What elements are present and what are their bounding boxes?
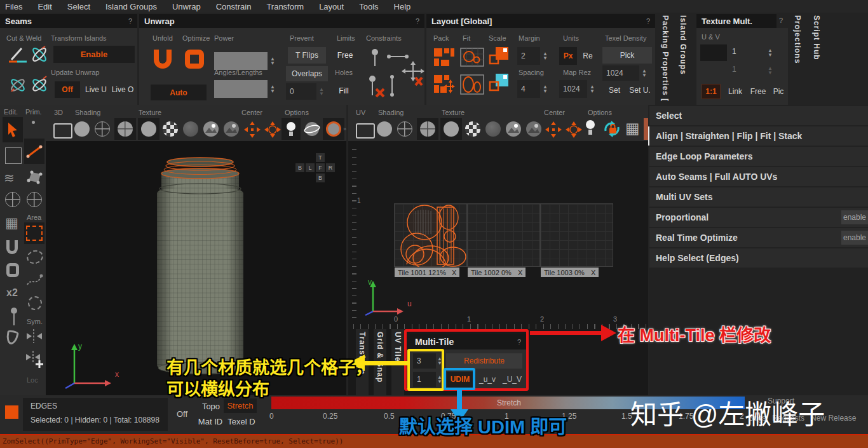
angles-input[interactable] [214, 80, 268, 98]
menu-island-groups[interactable]: Island Groups [105, 2, 157, 11]
texture-checker-3d-icon[interactable] [163, 121, 178, 137]
pick-button[interactable]: Pick [602, 47, 652, 64]
texture-none-uv-button[interactable] [440, 118, 462, 140]
pic-button[interactable]: Pic [770, 84, 787, 99]
tab-island-groups[interactable]: Island Groups [679, 15, 688, 105]
x2-tool-button[interactable]: x2 [6, 287, 18, 299]
free-button[interactable]: Free [333, 47, 357, 64]
menu-help[interactable]: Help [394, 2, 411, 11]
cut-icon[interactable] [8, 44, 28, 65]
sphere-wire-tool-icon[interactable] [5, 192, 20, 207]
center-selection-uv-icon[interactable] [545, 121, 562, 138]
texture-image-uv-icon[interactable] [506, 121, 521, 137]
layout-help-icon[interactable]: ? [646, 17, 650, 25]
units-px-button[interactable]: Px [559, 47, 577, 65]
power-input[interactable] [214, 52, 268, 70]
live-u-button[interactable]: Live U [83, 81, 109, 98]
tile-1001-close[interactable]: X [449, 268, 459, 277]
uv-tile-1002[interactable] [467, 203, 540, 267]
sidebar-item-multi-uv[interactable]: Multi UV Sets [649, 187, 868, 207]
light-uv-icon[interactable] [586, 119, 595, 137]
scale-pick-icon[interactable] [488, 72, 511, 95]
auto-button[interactable]: Auto [151, 85, 207, 100]
island-mode-icon[interactable] [27, 192, 42, 207]
units-re-button[interactable]: Re [579, 47, 597, 65]
viewcube-front[interactable]: F [316, 163, 325, 172]
map-rez-spinner[interactable]: ▲▼ [588, 80, 596, 98]
enable-button[interactable]: Enable [53, 46, 135, 63]
warp-grid-tool-icon[interactable]: ▦ [5, 215, 18, 231]
marquee-tool-icon[interactable] [5, 147, 22, 164]
vertical-edge-constraint-icon[interactable] [388, 74, 397, 99]
menu-select[interactable]: Select [67, 2, 90, 11]
area-rect-button[interactable] [24, 222, 44, 244]
optimize-tool-icon[interactable] [6, 263, 19, 277]
sidebar-item-select[interactable]: Select [649, 106, 868, 125]
frame-all-3d-icon[interactable] [53, 123, 72, 139]
spacing-spinner[interactable]: ▲▼ [541, 80, 549, 98]
live-o-button[interactable]: Live O [109, 81, 136, 98]
seams-help-icon[interactable]: ? [128, 17, 132, 25]
overlaps-button[interactable]: Overlaps [286, 66, 328, 81]
viewcube-right[interactable]: R [326, 163, 335, 172]
viewcube-bottom[interactable]: B [316, 173, 325, 182]
texel-spinner[interactable]: ▲▼ [641, 65, 648, 81]
remove-all-constraints-icon[interactable] [402, 61, 424, 86]
unfold-icon[interactable] [154, 50, 172, 69]
optimize-icon[interactable] [185, 50, 204, 69]
sidebar-item-auto-seams[interactable]: Auto Seams | Full AUTO UVs [649, 167, 868, 186]
realtime-enable-toggle[interactable]: enable [841, 231, 868, 245]
stretch-button[interactable]: Stretch [224, 398, 257, 413]
texture-none-3d-button[interactable] [138, 118, 159, 140]
menu-files[interactable]: Files [5, 2, 22, 11]
edge-mode-button[interactable] [24, 139, 44, 164]
menu-layout[interactable]: Layout [319, 2, 344, 11]
unpin-constraint-icon[interactable] [366, 74, 386, 99]
toolbar-clipped-icon[interactable] [644, 118, 648, 140]
angles-spinner[interactable]: ▲▼ [269, 80, 276, 98]
model-cylinder[interactable] [153, 154, 248, 378]
pack-icon[interactable] [433, 47, 455, 67]
texture-u-spinner[interactable]: ▲▼ [766, 44, 774, 61]
texture-grid-uv-icon[interactable] [485, 121, 501, 137]
texture-mult-help-icon[interactable]: ? [779, 17, 783, 24]
grid-toggle-icon[interactable]: ▦ [625, 121, 640, 136]
fit-stretch-icon[interactable] [460, 74, 484, 95]
scale-px-icon[interactable] [488, 46, 511, 69]
spacing-input[interactable]: 4 [517, 80, 540, 98]
toolbar-more-3d-icon[interactable]: » [343, 126, 346, 132]
frame-all-uv-icon[interactable] [356, 123, 375, 139]
pack-redistribute-icon[interactable] [433, 74, 455, 95]
uv-tile-1003[interactable] [540, 203, 613, 267]
menu-constrain[interactable]: Constrain [216, 2, 252, 11]
center-island-3d-icon[interactable] [264, 121, 281, 138]
paint-select-icon[interactable] [25, 272, 43, 288]
texel-value-input[interactable]: 1024 [602, 65, 639, 81]
texture-image-3d-icon[interactable] [203, 121, 219, 137]
topo-button[interactable]: Topo [198, 399, 224, 413]
sidebar-item-align[interactable]: Align | Straighten | Flip | Fit | Stack [649, 126, 868, 146]
menu-unwrap[interactable]: Unwrap [172, 2, 201, 11]
menu-tools[interactable]: Tools [359, 2, 378, 11]
point-mode-icon[interactable] [32, 121, 35, 124]
pin-constraint-icon[interactable] [367, 47, 383, 67]
unwrap-help-icon[interactable]: ? [416, 17, 419, 25]
viewcube-left[interactable]: L [306, 163, 315, 172]
sphere-ring-3d-icon[interactable] [304, 121, 320, 137]
sidebar-item-realtime-optimize[interactable]: Real Time Optimize [649, 228, 868, 247]
margin-input[interactable]: 2 [517, 47, 540, 65]
unfold-tool-icon[interactable] [6, 240, 18, 254]
menu-transform[interactable]: Transform [266, 2, 304, 11]
texel-d-button[interactable]: Texel D [225, 414, 258, 428]
cut-weld-loop-icon[interactable] [8, 75, 28, 95]
map-rez-input[interactable]: 1024 [559, 80, 587, 98]
weld-all-icon[interactable] [29, 75, 50, 95]
pin-tool-icon[interactable] [8, 306, 20, 327]
select-tool-button[interactable] [3, 117, 23, 142]
menu-edit[interactable]: Edit [37, 2, 51, 11]
shading-flat-uv-icon[interactable] [377, 121, 392, 137]
shading-wireshade-uv-button[interactable] [417, 118, 438, 140]
link-button[interactable]: Link [724, 84, 747, 99]
texture-image2-uv-icon[interactable] [526, 121, 541, 137]
tab-packing-properties[interactable]: Packing Properties [ [661, 15, 670, 105]
